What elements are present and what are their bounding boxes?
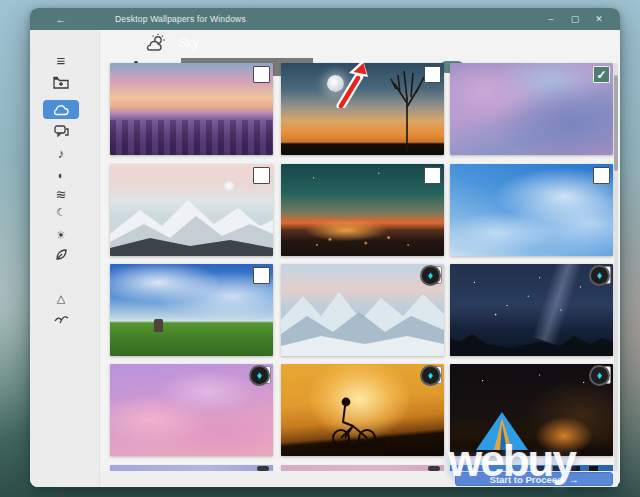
wallpaper-snowy-mountain[interactable]	[110, 164, 273, 256]
close-button[interactable]: ✕	[592, 12, 606, 26]
sidebar-item-birds[interactable]	[49, 310, 73, 328]
wallpaper-checkbox-checked[interactable]: ✓	[593, 66, 610, 83]
sidebar-item-day-night[interactable]: ◐	[49, 166, 73, 184]
sidebar-item-night[interactable]: ☾	[49, 203, 73, 221]
wallpaper-milky-way[interactable]: ♦	[450, 264, 613, 356]
wallpaper-checkbox[interactable]	[424, 167, 441, 184]
diamond-icon: ♦	[257, 370, 263, 381]
edit-theme-button[interactable]: ✎	[49, 485, 73, 497]
sidebar-item-nature[interactable]	[49, 245, 73, 263]
diamond-icon: ♦	[597, 270, 603, 281]
premium-diamond-badge: ♦	[420, 265, 441, 286]
window-title: Desktop Wallpapers for Windows	[115, 8, 246, 30]
premium-diamond-badge: ♦	[589, 365, 610, 386]
scrollbar-thumb[interactable]	[614, 75, 618, 171]
mountain-icon: △	[57, 292, 65, 305]
watermark: webuy	[448, 436, 575, 486]
maximize-icon: ▢	[571, 14, 580, 24]
chat-bubbles-icon	[54, 125, 69, 138]
back-button[interactable]: ←	[53, 11, 69, 27]
sidebar-item-music[interactable]: ♪	[49, 144, 73, 162]
wallpaper-checkbox[interactable]	[253, 66, 270, 83]
sun-icon: ☀	[56, 229, 66, 242]
moon-icon: ☾	[56, 206, 66, 219]
sidebar-item-quotes[interactable]	[49, 122, 73, 140]
sidebar-item-waves[interactable]: ≋	[49, 185, 73, 203]
sun-cloud-icon	[144, 34, 168, 52]
red-annotation-arrow	[335, 60, 369, 108]
sidebar-item-mountains[interactable]: △	[49, 289, 73, 307]
wallpaper-alpine-peaks[interactable]: ♦	[281, 264, 444, 356]
diamond-icon: ♦	[428, 270, 434, 281]
wallpaper-checkbox[interactable]	[593, 167, 610, 184]
cyclist-silhouette	[315, 396, 385, 448]
sidebar-item-sky[interactable]	[43, 100, 79, 119]
bird-icon	[54, 314, 69, 324]
hamburger-icon: ≡	[57, 52, 66, 69]
maximize-button[interactable]: ▢	[568, 12, 582, 26]
premium-diamond-badge: ♦	[249, 365, 270, 386]
wallpaper-checkbox[interactable]	[253, 267, 270, 284]
wallpaper-cyclist-sunset[interactable]: ♦	[281, 364, 444, 456]
music-note-icon: ♪	[58, 146, 65, 161]
title-bar[interactable]: ← Desktop Wallpapers for Windows – ▢ ✕	[30, 8, 620, 30]
premium-diamond-badge: ♦	[420, 365, 441, 386]
wallpaper-checkbox[interactable]	[253, 167, 270, 184]
waves-icon: ≋	[56, 187, 67, 202]
desktop-background: ← Desktop Wallpapers for Windows – ▢ ✕ ≡…	[0, 0, 640, 497]
tree-silhouette	[386, 67, 428, 151]
sidebar-item-add-folder[interactable]	[49, 73, 73, 91]
category-label: Sky	[178, 36, 199, 50]
forest-silhouette	[450, 326, 613, 356]
cloud-icon	[52, 104, 70, 116]
mountain-graphic	[110, 194, 273, 256]
wallpaper-green-field[interactable]	[110, 264, 273, 356]
wallpaper-blue-sky[interactable]	[450, 164, 613, 256]
menu-button[interactable]: ≡	[49, 51, 73, 69]
window-controls: – ▢ ✕	[544, 8, 606, 30]
wallpaper-checkbox[interactable]	[424, 66, 441, 83]
eclipse-icon: ◐	[58, 169, 65, 181]
sidebar: ≡ ♪ ◐ ≋ ☾ ☀ △ ✎	[30, 30, 100, 487]
leaf-icon	[55, 248, 68, 261]
rock-graphic	[154, 319, 163, 332]
minimize-button[interactable]: –	[544, 12, 558, 26]
premium-diamond-badge: ♦	[589, 265, 610, 286]
diamond-icon: ♦	[428, 370, 434, 381]
pen-icon: ✎	[56, 488, 65, 497]
moon-graphic	[224, 181, 234, 191]
category-header: Sky	[144, 34, 199, 52]
mountain-graphic	[281, 286, 444, 356]
wallpaper-lavender-field[interactable]	[110, 63, 273, 155]
wallpaper-city-lights[interactable]	[281, 164, 444, 256]
close-icon: ✕	[595, 14, 603, 24]
diamond-icon: ♦	[597, 370, 603, 381]
minimize-icon: –	[548, 14, 553, 24]
wallpaper-purple-clouds[interactable]: ✓	[450, 63, 613, 155]
sidebar-item-sun[interactable]: ☀	[49, 226, 73, 244]
check-icon: ✓	[596, 68, 606, 82]
app-window: ← Desktop Wallpapers for Windows – ▢ ✕ ≡…	[30, 8, 620, 487]
add-folder-icon	[53, 76, 69, 89]
scrollbar[interactable]	[614, 63, 618, 487]
back-arrow-icon: ←	[56, 13, 67, 25]
wallpaper-pink-clouds[interactable]: ♦	[110, 364, 273, 456]
